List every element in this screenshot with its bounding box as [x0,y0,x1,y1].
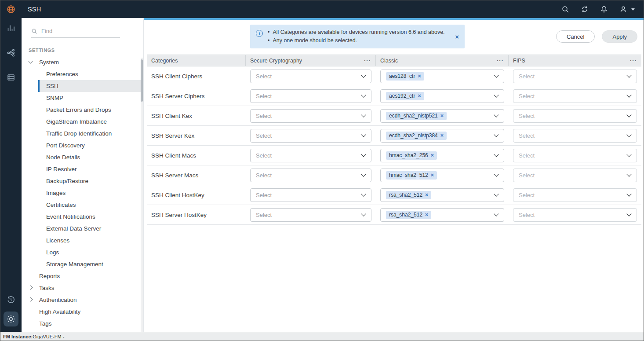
traffic-topology-nav-icon[interactable] [6,48,16,58]
table-row: SSH Server Kex Select ecdh_sha2_nistp384… [147,126,641,146]
sidebar-item-backup-restore[interactable]: Backup/Restore [38,175,143,187]
category-label: SSH Client Ciphers [147,73,246,80]
classic-select[interactable]: aes128_ctr× [380,70,504,83]
chip-label: ecdh_sha2_nistp384 [389,132,438,139]
sidebar-item-images[interactable]: Images [38,187,143,199]
chip-label: rsa_sha2_512 [389,212,422,218]
column-header-label: Classic [380,58,398,64]
sidebar-item-storage-management[interactable]: Storage Management [38,258,143,270]
sidebar-item-external-data-server[interactable]: External Data Server [38,223,143,235]
secure-cryptography-select[interactable]: Select [250,89,371,103]
sidebar-item-certificates[interactable]: Certificates [38,199,143,211]
fips-select[interactable]: Select [513,129,637,143]
sidebar-item-logs[interactable]: Logs [38,246,143,258]
sidebar-item-label: GigaStream Imbalance [46,118,107,125]
classic-select[interactable]: rsa_sha2_512× [380,188,504,202]
column-header-categories: Categories [147,55,246,66]
sidebar-item-licenses[interactable]: Licenses [38,235,143,246]
search-icon[interactable] [561,5,570,14]
fips-select[interactable]: Select [513,89,637,103]
user-menu-caret-icon[interactable] [631,8,635,11]
page-title: SSH [28,6,41,13]
remove-chip-icon[interactable]: × [440,133,444,139]
secure-cryptography-select[interactable]: Select [250,149,371,162]
column-menu-icon[interactable]: ··· [497,58,504,63]
secure-cryptography-select[interactable]: Select [250,169,371,182]
rail-bottom-group [4,295,18,332]
inventory-nav-icon[interactable] [6,73,16,82]
fips-select[interactable]: Select [513,169,637,182]
chevron-down-icon [626,92,631,97]
fips-select[interactable]: Select [513,188,637,202]
remove-chip-icon[interactable]: × [418,73,421,79]
sidebar-item-snmp[interactable]: SNMP [38,92,143,104]
chevron-down-icon [361,92,366,97]
remove-chip-icon[interactable]: × [440,113,444,119]
fips-select[interactable]: Select [513,208,637,222]
settings-tree: System Preferences SSH SNMP Packet Error… [22,56,143,330]
fips-select[interactable]: Select [513,70,637,83]
select-placeholder: Select [519,73,535,80]
settings-nav-active[interactable] [4,312,18,326]
fips-select[interactable]: Select [513,109,637,123]
sidebar-item-event-notifications[interactable]: Event Notifications [38,211,143,223]
sidebar-item-label: Authentication [39,297,77,303]
remove-chip-icon[interactable]: × [425,192,428,198]
chevron-down-icon [494,211,498,216]
sidebar-item-preferences[interactable]: Preferences [38,68,143,80]
sidebar-item-packet-errors-and-drops[interactable]: Packet Errors and Drops [38,104,143,116]
sidebar-item-port-discovery[interactable]: Port Discovery [38,139,143,151]
secure-cryptography-select[interactable]: Select [250,208,371,222]
sidebar-item-ssh[interactable]: SSH [38,80,143,92]
column-header-label: FIPS [513,58,525,64]
globe-icon [6,4,16,15]
secure-cryptography-select[interactable]: Select [250,109,371,123]
cancel-button[interactable]: Cancel [556,30,595,43]
app-logo[interactable] [0,4,22,15]
secure-cryptography-select[interactable]: Select [250,70,371,83]
remove-chip-icon[interactable]: × [418,93,421,99]
fips-select[interactable]: Select [513,149,637,162]
sidebar-item-ip-resolver[interactable]: IP Resolver [38,163,143,175]
select-placeholder: Select [519,93,535,99]
close-icon[interactable]: × [455,33,459,40]
sidebar-item-tasks[interactable]: Tasks [22,282,143,294]
sidebar-item-authentication[interactable]: Authentication [22,294,143,306]
sidebar-item-high-availability[interactable]: High Availability [22,306,143,318]
sidebar-item-label: External Data Server [46,225,101,232]
classic-select[interactable]: rsa_sha2_512× [380,208,504,222]
sidebar-item-traffic-drop-identification[interactable]: Traffic Drop Identification [38,128,143,139]
chevron-down-icon [626,112,631,117]
classic-select[interactable]: ecdh_sha2_nistp384× [380,129,504,143]
column-menu-icon[interactable]: ··· [364,58,371,63]
sidebar-item-system[interactable]: System [22,56,143,68]
secure-cryptography-select[interactable]: Select [250,129,371,143]
classic-select[interactable]: ecdh_sha2_nistp521× [380,109,504,123]
dashboards-nav-icon[interactable] [6,23,16,33]
sidebar-item-gigastream-imbalance[interactable]: GigaStream Imbalance [38,116,143,128]
classic-select[interactable]: hmac_sha2_256× [380,149,504,162]
apply-button[interactable]: Apply [602,30,637,43]
sidebar-item-tags[interactable]: Tags [22,318,143,330]
sidebar-scrollbar-thumb[interactable] [141,59,143,102]
user-menu-icon[interactable] [619,5,628,14]
sidebar-item-node-details[interactable]: Node Details [38,151,143,163]
chevron-down-icon [626,132,631,137]
secure-cryptography-select[interactable]: Select [250,188,371,202]
selected-value-chip: rsa_sha2_512× [386,211,431,219]
gear-icon [7,315,15,323]
notifications-bell-icon[interactable] [600,5,608,14]
classic-select[interactable]: aes192_ctr× [380,89,504,103]
refresh-icon[interactable] [580,5,589,14]
classic-select[interactable]: hmac_sha2_512× [380,169,504,182]
chevron-down-icon [494,152,498,157]
select-placeholder: Select [519,132,535,139]
find-input[interactable] [41,28,112,34]
sidebar-item-reports[interactable]: Reports [22,270,143,282]
chevron-down-icon [361,112,366,117]
remove-chip-icon[interactable]: × [431,172,434,178]
history-icon[interactable] [6,295,16,304]
remove-chip-icon[interactable]: × [425,212,428,218]
remove-chip-icon[interactable]: × [431,153,434,158]
column-menu-icon[interactable]: ··· [630,58,637,63]
